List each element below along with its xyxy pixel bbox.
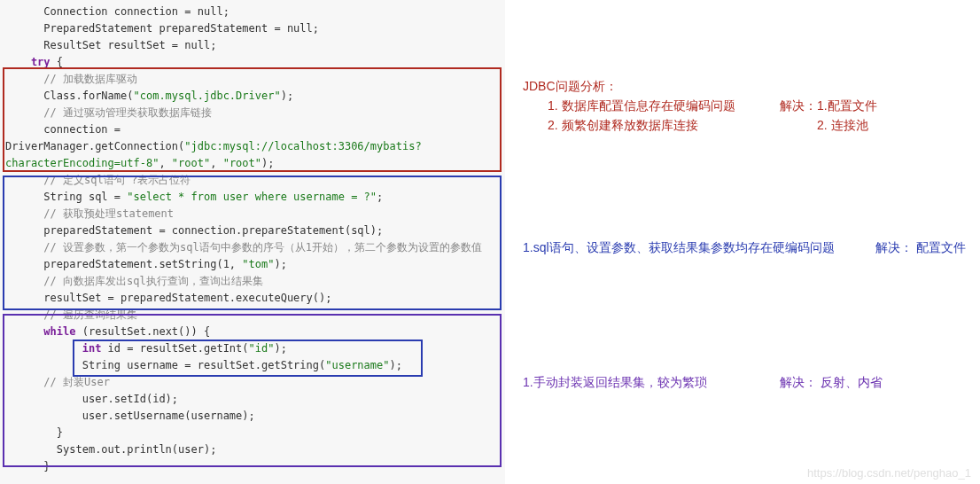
code-line: user.setUsername(username);: [0, 408, 505, 425]
note-purple-1: 1.手动封装返回结果集，较为繁琐: [523, 372, 707, 392]
watermark: https://blog.csdn.net/penghao_1: [807, 466, 971, 480]
note-red-2: 2. 频繁创建释放数据库连接: [548, 115, 698, 135]
code-comment: // 加载数据库驱动: [0, 71, 505, 88]
code-pane: Connection connection = null; PreparedSt…: [0, 0, 505, 484]
code-comment: // 向数据库发出sql执行查询，查询出结果集: [0, 273, 505, 290]
code-line: ResultSet resultSet = null;: [0, 37, 505, 54]
code-comment: // 获取预处理statement: [0, 206, 505, 222]
note-red-sol-1: 解决：1.配置文件: [780, 96, 877, 115]
code-line: }: [0, 458, 505, 475]
code-comment: // 封装User: [0, 374, 505, 391]
code-line: resultSet = preparedStatement.executeQue…: [0, 290, 505, 307]
code-line: preparedStatement = connection.prepareSt…: [0, 222, 505, 239]
note-red-title: JDBC问题分析：: [523, 76, 618, 96]
note-purple-sol: 解决： 反射、内省: [780, 372, 883, 392]
note-red-sol-2: 2. 连接池: [817, 115, 868, 135]
keyword-try: try: [5, 56, 51, 68]
keyword-int: int: [5, 342, 101, 355]
code-comment: // 通过驱动管理类获取数据库链接: [0, 105, 505, 121]
code-comment: // 遍历查询结果集: [0, 307, 505, 324]
code-line: PreparedStatement preparedStatement = nu…: [0, 20, 505, 37]
code-line: try {: [0, 54, 505, 71]
code-line: System.out.println(user);: [0, 441, 505, 458]
code-line: DriverManager.getConnection("jdbc:mysql:…: [0, 138, 505, 155]
code-line: preparedStatement.setString(1, "tom");: [0, 256, 505, 273]
note-red-1: 1. 数据库配置信息存在硬编码问题: [548, 96, 735, 115]
code-line: Connection connection = null;: [0, 4, 505, 20]
code-line: String sql = "select * from user where u…: [0, 189, 505, 206]
code-line: characterEncoding=utf-8", "root", "root"…: [0, 155, 505, 172]
notes-pane: JDBC问题分析： 1. 数据库配置信息存在硬编码问题 2. 频繁创建释放数据库…: [514, 0, 975, 484]
code-line: String username = resultSet.getString("u…: [0, 357, 505, 374]
note-blue-sol: 解决： 配置文件: [875, 238, 966, 257]
code-line: user.setId(id);: [0, 391, 505, 408]
code-line: }: [0, 425, 505, 441]
code-line: while (resultSet.next()) {: [0, 324, 505, 340]
code-line: int id = resultSet.getInt("id");: [0, 340, 505, 357]
code-comment: // 定义sql语句 ?表示占位符: [0, 172, 505, 189]
code-comment: // 设置参数，第一个参数为sql语句中参数的序号（从1开始），第二个参数为设置…: [0, 239, 505, 256]
code-line: Class.forName("com.mysql.jdbc.Driver");: [0, 88, 505, 105]
note-blue-1: 1.sql语句、设置参数、获取结果集参数均存在硬编码问题: [523, 238, 835, 257]
code-line: connection =: [0, 121, 505, 138]
keyword-while: while: [5, 325, 75, 338]
